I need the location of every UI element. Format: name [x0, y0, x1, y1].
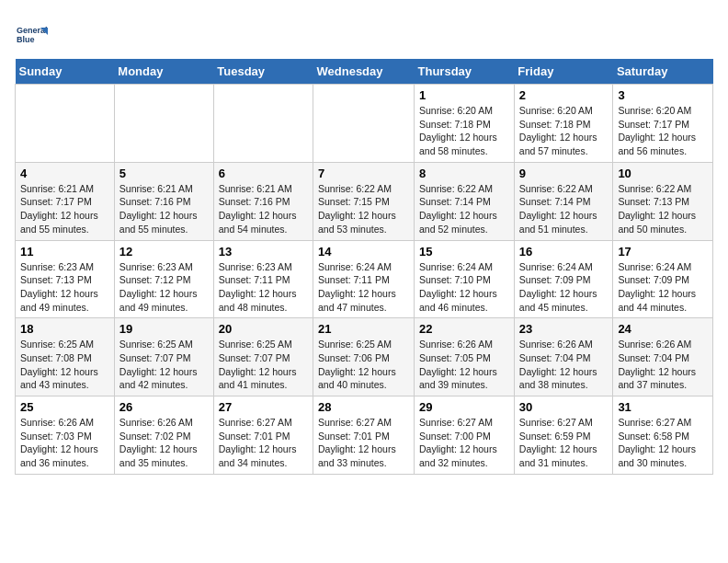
day-number: 12: [119, 245, 209, 259]
day-info: Sunrise: 6:27 AM Sunset: 6:58 PM Dayligh…: [618, 416, 708, 470]
day-cell: 2Sunrise: 6:20 AM Sunset: 7:18 PM Daylig…: [514, 85, 613, 163]
week-row-5: 25Sunrise: 6:26 AM Sunset: 7:03 PM Dayli…: [16, 396, 713, 475]
day-number: 3: [618, 88, 708, 102]
day-info: Sunrise: 6:25 AM Sunset: 7:06 PM Dayligh…: [318, 338, 409, 392]
day-number: 18: [20, 322, 109, 336]
day-number: 22: [419, 322, 509, 336]
svg-text:Blue: Blue: [17, 35, 35, 44]
day-number: 16: [519, 245, 609, 259]
day-cell: 30Sunrise: 6:27 AM Sunset: 6:59 PM Dayli…: [514, 396, 613, 475]
day-number: 1: [419, 88, 509, 102]
col-header-monday: Monday: [114, 59, 213, 85]
day-cell: [313, 85, 415, 163]
day-cell: [16, 85, 115, 163]
col-header-friday: Friday: [514, 59, 613, 85]
day-cell: 5Sunrise: 6:21 AM Sunset: 7:16 PM Daylig…: [114, 162, 213, 240]
day-cell: 8Sunrise: 6:22 AM Sunset: 7:14 PM Daylig…: [415, 162, 515, 240]
day-cell: 16Sunrise: 6:24 AM Sunset: 7:09 PM Dayli…: [514, 240, 613, 318]
col-header-sunday: Sunday: [16, 59, 115, 85]
day-info: Sunrise: 6:20 AM Sunset: 7:18 PM Dayligh…: [519, 104, 609, 158]
col-header-tuesday: Tuesday: [213, 59, 313, 85]
day-info: Sunrise: 6:20 AM Sunset: 7:17 PM Dayligh…: [618, 104, 708, 158]
day-cell: 25Sunrise: 6:26 AM Sunset: 7:03 PM Dayli…: [16, 396, 115, 475]
day-cell: 6Sunrise: 6:21 AM Sunset: 7:16 PM Daylig…: [213, 162, 313, 240]
day-cell: 13Sunrise: 6:23 AM Sunset: 7:11 PM Dayli…: [213, 240, 313, 318]
day-info: Sunrise: 6:25 AM Sunset: 7:07 PM Dayligh…: [219, 338, 308, 392]
day-cell: 28Sunrise: 6:27 AM Sunset: 7:01 PM Dayli…: [313, 396, 415, 475]
day-info: Sunrise: 6:22 AM Sunset: 7:14 PM Dayligh…: [519, 182, 609, 236]
day-info: Sunrise: 6:21 AM Sunset: 7:16 PM Dayligh…: [219, 182, 308, 236]
day-info: Sunrise: 6:25 AM Sunset: 7:07 PM Dayligh…: [119, 338, 209, 392]
day-number: 14: [318, 245, 409, 259]
day-info: Sunrise: 6:27 AM Sunset: 6:59 PM Dayligh…: [519, 416, 609, 470]
day-info: Sunrise: 6:24 AM Sunset: 7:09 PM Dayligh…: [618, 260, 708, 315]
day-cell: 24Sunrise: 6:26 AM Sunset: 7:04 PM Dayli…: [613, 318, 713, 396]
calendar-table: SundayMondayTuesdayWednesdayThursdayFrid…: [15, 59, 713, 475]
day-info: Sunrise: 6:22 AM Sunset: 7:15 PM Dayligh…: [318, 182, 409, 236]
day-number: 13: [219, 245, 308, 259]
day-number: 21: [318, 322, 409, 336]
day-cell: 19Sunrise: 6:25 AM Sunset: 7:07 PM Dayli…: [114, 318, 213, 396]
day-number: 17: [618, 245, 708, 259]
day-info: Sunrise: 6:22 AM Sunset: 7:14 PM Dayligh…: [419, 182, 509, 236]
logo: General Blue: [15, 18, 51, 52]
day-info: Sunrise: 6:27 AM Sunset: 7:00 PM Dayligh…: [419, 416, 509, 470]
day-info: Sunrise: 6:21 AM Sunset: 7:17 PM Dayligh…: [20, 182, 109, 236]
day-cell: 22Sunrise: 6:26 AM Sunset: 7:05 PM Dayli…: [415, 318, 515, 396]
day-cell: 18Sunrise: 6:25 AM Sunset: 7:08 PM Dayli…: [16, 318, 115, 396]
day-info: Sunrise: 6:24 AM Sunset: 7:09 PM Dayligh…: [519, 260, 609, 315]
day-number: 10: [618, 167, 708, 180]
day-number: 20: [219, 322, 308, 336]
day-cell: 20Sunrise: 6:25 AM Sunset: 7:07 PM Dayli…: [213, 318, 313, 396]
day-info: Sunrise: 6:23 AM Sunset: 7:13 PM Dayligh…: [20, 260, 109, 315]
day-info: Sunrise: 6:23 AM Sunset: 7:11 PM Dayligh…: [219, 260, 308, 315]
day-number: 6: [219, 167, 308, 180]
week-row-1: 1Sunrise: 6:20 AM Sunset: 7:18 PM Daylig…: [16, 85, 713, 163]
day-number: 9: [519, 167, 609, 180]
col-header-wednesday: Wednesday: [313, 59, 415, 85]
day-cell: 10Sunrise: 6:22 AM Sunset: 7:13 PM Dayli…: [613, 162, 713, 240]
day-number: 27: [219, 400, 308, 414]
day-info: Sunrise: 6:27 AM Sunset: 7:01 PM Dayligh…: [219, 416, 308, 470]
day-cell: 9Sunrise: 6:22 AM Sunset: 7:14 PM Daylig…: [514, 162, 613, 240]
col-header-saturday: Saturday: [613, 59, 713, 85]
day-number: 8: [419, 167, 509, 180]
day-cell: 15Sunrise: 6:24 AM Sunset: 7:10 PM Dayli…: [415, 240, 515, 318]
day-number: 5: [119, 167, 209, 180]
day-cell: 17Sunrise: 6:24 AM Sunset: 7:09 PM Dayli…: [613, 240, 713, 318]
day-number: 2: [519, 88, 609, 102]
day-info: Sunrise: 6:26 AM Sunset: 7:04 PM Dayligh…: [519, 338, 609, 392]
day-number: 4: [20, 167, 109, 180]
day-number: 28: [318, 400, 409, 414]
day-info: Sunrise: 6:24 AM Sunset: 7:10 PM Dayligh…: [419, 260, 509, 315]
day-cell: 4Sunrise: 6:21 AM Sunset: 7:17 PM Daylig…: [16, 162, 115, 240]
day-info: Sunrise: 6:27 AM Sunset: 7:01 PM Dayligh…: [318, 416, 409, 470]
week-row-3: 11Sunrise: 6:23 AM Sunset: 7:13 PM Dayli…: [16, 240, 713, 318]
day-number: 15: [419, 245, 509, 259]
day-number: 19: [119, 322, 209, 336]
day-info: Sunrise: 6:23 AM Sunset: 7:12 PM Dayligh…: [119, 260, 209, 315]
day-info: Sunrise: 6:26 AM Sunset: 7:04 PM Dayligh…: [618, 338, 708, 392]
day-cell: 12Sunrise: 6:23 AM Sunset: 7:12 PM Dayli…: [114, 240, 213, 318]
day-info: Sunrise: 6:26 AM Sunset: 7:05 PM Dayligh…: [419, 338, 509, 392]
week-row-2: 4Sunrise: 6:21 AM Sunset: 7:17 PM Daylig…: [16, 162, 713, 240]
svg-text:General: General: [17, 26, 48, 35]
day-number: 25: [20, 400, 109, 414]
day-info: Sunrise: 6:22 AM Sunset: 7:13 PM Dayligh…: [618, 182, 708, 236]
day-info: Sunrise: 6:25 AM Sunset: 7:08 PM Dayligh…: [20, 338, 109, 392]
day-number: 24: [618, 322, 708, 336]
day-info: Sunrise: 6:20 AM Sunset: 7:18 PM Dayligh…: [419, 104, 509, 158]
day-info: Sunrise: 6:26 AM Sunset: 7:02 PM Dayligh…: [119, 416, 209, 470]
col-header-thursday: Thursday: [415, 59, 515, 85]
day-number: 7: [318, 167, 409, 180]
day-cell: 31Sunrise: 6:27 AM Sunset: 6:58 PM Dayli…: [613, 396, 713, 475]
day-cell: 11Sunrise: 6:23 AM Sunset: 7:13 PM Dayli…: [16, 240, 115, 318]
day-cell: 7Sunrise: 6:22 AM Sunset: 7:15 PM Daylig…: [313, 162, 415, 240]
header-row: SundayMondayTuesdayWednesdayThursdayFrid…: [16, 59, 713, 85]
day-cell: 29Sunrise: 6:27 AM Sunset: 7:00 PM Dayli…: [415, 396, 515, 475]
header: General Blue: [15, 15, 713, 52]
day-number: 23: [519, 322, 609, 336]
day-cell: 27Sunrise: 6:27 AM Sunset: 7:01 PM Dayli…: [213, 396, 313, 475]
day-cell: 26Sunrise: 6:26 AM Sunset: 7:02 PM Dayli…: [114, 396, 213, 475]
week-row-4: 18Sunrise: 6:25 AM Sunset: 7:08 PM Dayli…: [16, 318, 713, 396]
